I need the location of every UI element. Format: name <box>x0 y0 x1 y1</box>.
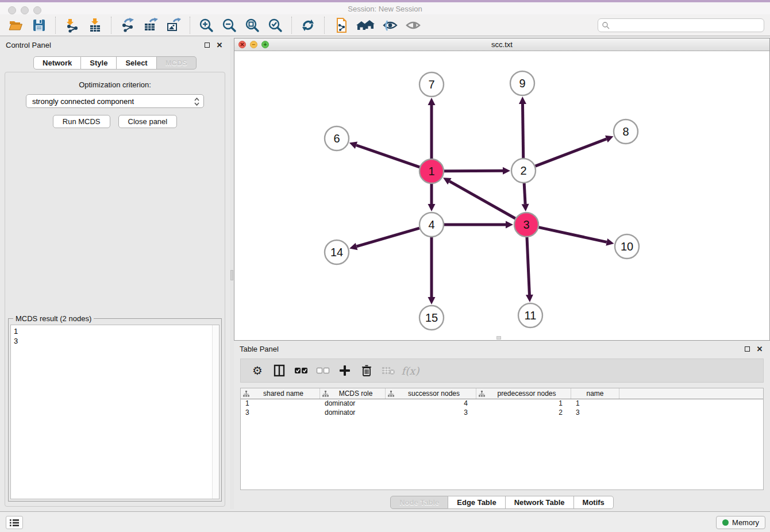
graph-node-15[interactable]: 15 <box>419 306 444 330</box>
close-panel-button[interactable]: ✕ <box>215 40 224 49</box>
split-columns-button[interactable] <box>271 362 288 379</box>
global-search[interactable] <box>598 18 764 32</box>
tab-node-table[interactable]: Node Table <box>390 496 448 509</box>
float-panel-button[interactable] <box>202 40 211 49</box>
network-window-titlebar[interactable]: ✕ − + scc.txt <box>234 38 769 51</box>
export-table-icon <box>143 18 158 33</box>
svg-text:14: 14 <box>330 246 343 259</box>
edge-4-to-15[interactable] <box>428 237 436 304</box>
edge-2-to-8[interactable] <box>536 136 614 166</box>
scrollbar[interactable] <box>212 325 219 499</box>
search-input[interactable] <box>610 21 764 29</box>
tab-edge-table[interactable]: Edge Table <box>448 496 505 509</box>
edge-1-to-7[interactable] <box>428 98 436 159</box>
edge-2-to-3[interactable] <box>522 183 529 211</box>
close-panel-button-mcds[interactable]: Close panel <box>118 115 178 128</box>
zoom-selected-button[interactable] <box>266 16 284 34</box>
splitter-grip[interactable] <box>230 270 233 280</box>
hide-graphics-details-button[interactable] <box>381 16 399 34</box>
mcds-result-list[interactable]: 1 3 <box>10 325 220 499</box>
edge-4-to-14[interactable] <box>349 228 419 250</box>
control-panel-tabs: Network Style Select MCDS <box>0 56 230 70</box>
edge-1-to-2[interactable] <box>444 167 510 175</box>
zoom-selected-icon <box>267 17 283 33</box>
mcds-result-title: MCDS result (2 nodes) <box>13 314 94 323</box>
export-network-button[interactable] <box>118 16 137 34</box>
graph-node-11[interactable]: 11 <box>518 303 542 327</box>
delete-table-button[interactable] <box>380 362 397 379</box>
fx-icon: f(x) <box>402 365 419 377</box>
table-settings-button[interactable]: ⚙ <box>249 362 266 379</box>
function-builder-button[interactable]: f(x) <box>402 362 419 379</box>
checked-boxes-icon <box>294 367 308 374</box>
network-title: scc.txt <box>234 40 769 49</box>
birds-eye-view-button[interactable] <box>404 16 422 34</box>
tab-network[interactable]: Network <box>33 56 81 70</box>
tab-network-table[interactable]: Network Table <box>506 496 574 509</box>
houses-icon <box>356 18 375 33</box>
table-row[interactable]: 3 dominator 3 2 3 <box>241 408 763 418</box>
column-header-predecessor-nodes[interactable]: predecessor nodes <box>476 388 571 399</box>
edge-3-to-11[interactable] <box>526 237 533 302</box>
table-row[interactable]: 1 dominator 4 1 1 <box>241 399 763 408</box>
table-toolbar: ⚙ f(x) <box>240 358 764 383</box>
mcds-panel: Optimization criterion: strongly connect… <box>5 72 225 507</box>
edge-1-to-6[interactable] <box>349 142 419 167</box>
import-table-button[interactable] <box>86 16 104 34</box>
network-canvas[interactable]: 7968124314101511 <box>234 51 769 340</box>
canvas-grip[interactable] <box>496 336 501 340</box>
column-header-mcds-role[interactable]: MCDS role <box>320 388 386 399</box>
graph-node-1[interactable]: 1 <box>419 159 444 183</box>
tab-mcds[interactable]: MCDS <box>157 56 197 70</box>
zoom-fit-button[interactable] <box>243 16 261 34</box>
edge-1-to-4[interactable] <box>428 184 436 211</box>
search-icon <box>602 21 610 29</box>
graph-node-8[interactable]: 8 <box>614 119 638 144</box>
save-session-button[interactable] <box>30 16 48 34</box>
graph-node-4[interactable]: 4 <box>419 213 444 237</box>
hide-all-columns-button[interactable] <box>314 362 332 379</box>
status-bar: Memory <box>0 511 770 532</box>
table-panel: Table Panel ✕ ⚙ f(x <box>234 342 770 511</box>
show-all-columns-button[interactable] <box>292 362 310 379</box>
eye-icon <box>405 18 421 33</box>
task-history-button[interactable] <box>6 516 23 529</box>
edge-3-to-10[interactable] <box>538 228 614 246</box>
column-header-name[interactable]: name <box>571 388 619 399</box>
run-mcds-button[interactable]: Run MCDS <box>53 115 110 128</box>
import-network-button[interactable] <box>63 16 81 34</box>
tab-motifs[interactable]: Motifs <box>574 496 614 509</box>
edge-4-to-3[interactable] <box>444 221 513 229</box>
close-table-panel-button[interactable]: ✕ <box>755 344 764 353</box>
column-header-successor-nodes[interactable]: successor nodes <box>386 388 476 399</box>
graph-node-9[interactable]: 9 <box>510 71 534 95</box>
zoom-out-button[interactable] <box>220 16 238 34</box>
export-table-button[interactable] <box>141 16 160 34</box>
graph-node-10[interactable]: 10 <box>615 234 639 259</box>
float-table-panel-button[interactable] <box>742 344 752 353</box>
graph-node-2[interactable]: 2 <box>511 159 536 183</box>
network-from-selection-button[interactable] <box>332 16 350 34</box>
edge-2-to-9[interactable] <box>519 97 526 158</box>
graph-node-7[interactable]: 7 <box>419 72 444 97</box>
graph-node-14[interactable]: 14 <box>325 240 349 264</box>
home-networks-button[interactable] <box>355 16 376 34</box>
graph-node-6[interactable]: 6 <box>325 126 349 151</box>
export-image-button[interactable] <box>164 16 183 34</box>
svg-text:3: 3 <box>523 218 529 231</box>
trash-icon <box>361 365 372 377</box>
graph-node-3[interactable]: 3 <box>514 213 538 237</box>
create-column-button[interactable] <box>336 362 353 379</box>
node-table: shared name MCDS role successor nodes pr… <box>240 388 764 490</box>
tab-select[interactable]: Select <box>117 56 156 70</box>
panel-splitter[interactable] <box>230 38 234 509</box>
optimization-criterion-select[interactable]: strongly connected component <box>26 94 204 108</box>
delete-column-button[interactable] <box>358 362 375 379</box>
memory-button[interactable]: Memory <box>716 516 765 529</box>
column-header-shared-name[interactable]: shared name <box>241 388 320 399</box>
edge-3-to-1[interactable] <box>443 178 515 218</box>
zoom-in-button[interactable] <box>197 16 215 34</box>
open-session-button[interactable] <box>7 16 25 34</box>
apply-layout-button[interactable] <box>299 16 317 34</box>
tab-style[interactable]: Style <box>81 56 117 70</box>
